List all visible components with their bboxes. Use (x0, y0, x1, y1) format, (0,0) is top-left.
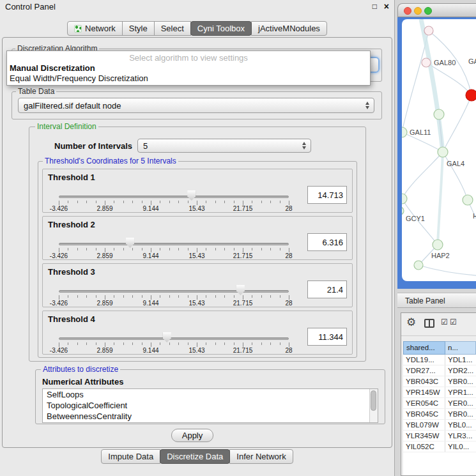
close-traffic-light-icon[interactable] (404, 7, 411, 15)
network-node[interactable] (434, 109, 444, 119)
threshold-value-input[interactable] (307, 280, 347, 298)
tick-mark (243, 248, 243, 252)
tick-mark (132, 248, 133, 250)
threshold-value-input[interactable] (307, 186, 347, 204)
tick-mark (160, 342, 160, 345)
list-scrollbar[interactable] (369, 389, 378, 422)
tab-cyni-toolbox[interactable]: Cyni Toolbox (190, 21, 252, 36)
tab-jactivemnodules[interactable]: jActiveMNodules (251, 21, 327, 36)
slider-thumb[interactable] (163, 332, 171, 342)
network-edge[interactable] (418, 265, 476, 276)
scale-label: 15.43 (188, 300, 204, 307)
tick-mark (68, 342, 68, 345)
table-row[interactable]: YPR145WYPR1... (403, 387, 476, 398)
tick-mark (289, 201, 289, 205)
float-window-icon[interactable]: □ (372, 2, 377, 11)
network-node[interactable] (402, 194, 407, 204)
slider-track[interactable] (59, 290, 289, 293)
scale-label: 15.43 (188, 347, 204, 354)
scale-label: -3.426 (50, 347, 68, 354)
table-row[interactable]: YBL079WYBL0... (403, 420, 476, 431)
table-row[interactable]: YIL052CYIL0... (403, 441, 476, 452)
algorithm-option[interactable]: Manual Discretization (10, 63, 95, 73)
threshold-value-input[interactable] (307, 233, 347, 251)
network-edge[interactable] (468, 200, 476, 246)
table-row[interactable]: YDR27...YDR2... (403, 365, 476, 376)
table-row[interactable]: YDL19...YDL1... (403, 355, 476, 365)
tab-style[interactable]: Style (122, 21, 155, 36)
table-row[interactable]: YBR045CYBR0... (403, 409, 476, 420)
algorithm-option[interactable]: Equal Width/Frequency Discretization (10, 73, 148, 83)
threshold-label: Threshold 1 (48, 173, 95, 182)
tick-mark (206, 201, 206, 203)
slider-scale-labels: -3.4262.8599.14415.4321.71528 (59, 300, 289, 307)
network-edge[interactable] (402, 152, 443, 199)
node-label: GCY1 (406, 215, 425, 222)
table-panel-header: Table Panel (397, 293, 476, 308)
network-edge[interactable] (443, 95, 472, 152)
table-row[interactable]: YLR345WYLR3... (403, 431, 476, 441)
network-node[interactable] (438, 147, 448, 157)
zoom-traffic-light-icon[interactable] (424, 7, 432, 15)
scrollbar-thumb[interactable] (371, 390, 376, 411)
table-row[interactable]: YBR043CYBR0... (403, 376, 476, 387)
attribute-item[interactable]: SelfLoops (43, 389, 378, 400)
table-data-selected-value: galFiltered.sif default node (24, 101, 121, 111)
slider-thumb[interactable] (187, 190, 196, 201)
tick-mark (234, 295, 234, 298)
column-header[interactable]: n... (445, 341, 476, 355)
scale-label: 9.144 (142, 300, 158, 307)
table-data-combobox[interactable]: galFiltered.sif default node (18, 98, 374, 113)
table-cell: YER054C (403, 398, 445, 408)
slider-thumb[interactable] (126, 238, 134, 248)
tab-select[interactable]: Select (154, 21, 191, 36)
combobox-arrows-icon (365, 101, 371, 110)
slider-track[interactable] (59, 243, 289, 245)
tab-infer-network[interactable]: Infer Network (229, 449, 293, 464)
table-cell: YBR0... (445, 376, 476, 387)
apply-button[interactable]: Apply (171, 429, 213, 442)
tick-mark (289, 248, 289, 252)
tab-discretize-data[interactable]: Discretize Data (160, 449, 230, 464)
tick-mark (252, 342, 252, 345)
tick-mark (178, 201, 179, 203)
network-node[interactable] (466, 89, 476, 101)
checkbox-icon[interactable]: ☑ (441, 318, 448, 326)
attribute-item[interactable]: TopologicalCoefficient (43, 400, 378, 411)
network-window-titlebar[interactable] (397, 3, 476, 17)
network-node[interactable] (422, 58, 431, 67)
slider-track[interactable] (59, 196, 289, 198)
tab-network[interactable]: Network (67, 21, 123, 36)
network-node[interactable] (402, 207, 404, 215)
network-node[interactable] (433, 240, 443, 250)
tick-mark (169, 342, 170, 345)
number-of-intervals-value: 5 (143, 141, 148, 151)
network-node[interactable] (463, 195, 473, 205)
network-node[interactable] (414, 261, 423, 270)
slider-ticks (59, 248, 289, 252)
columns-icon[interactable] (424, 319, 434, 328)
slider-track[interactable] (59, 337, 289, 340)
minimize-traffic-light-icon[interactable] (414, 7, 422, 15)
attribute-item[interactable]: BetweennessCentrality (43, 411, 378, 422)
numerical-attributes-list[interactable]: SelfLoopsTopologicalCoefficientBetweenne… (42, 388, 378, 423)
close-icon[interactable]: × (384, 1, 389, 12)
tick-mark (197, 295, 197, 300)
slider-thumb[interactable] (236, 285, 245, 295)
scale-label: 28 (285, 252, 292, 259)
network-canvas[interactable]: GAL80GAGAL11GAL4GCY1HHAP2 (402, 19, 476, 281)
tick-mark (280, 342, 280, 345)
tick-mark (160, 201, 160, 203)
column-header[interactable]: shared... (403, 341, 445, 355)
tick-mark (270, 342, 271, 345)
network-node[interactable] (402, 127, 407, 137)
gear-icon[interactable]: ⚙ (406, 317, 416, 328)
network-edge[interactable] (438, 152, 443, 245)
number-of-intervals-combobox[interactable]: 5 (137, 139, 311, 153)
tab-impute-data[interactable]: Impute Data (101, 449, 160, 464)
threshold-value-input[interactable] (307, 328, 347, 346)
checkbox-icon[interactable]: ☑ (450, 318, 457, 326)
table-row[interactable]: YER054CYER0... (403, 398, 476, 409)
network-node[interactable] (424, 26, 433, 35)
algorithm-dropdown-popup: Select algorithm to view settings Manual… (6, 50, 371, 86)
